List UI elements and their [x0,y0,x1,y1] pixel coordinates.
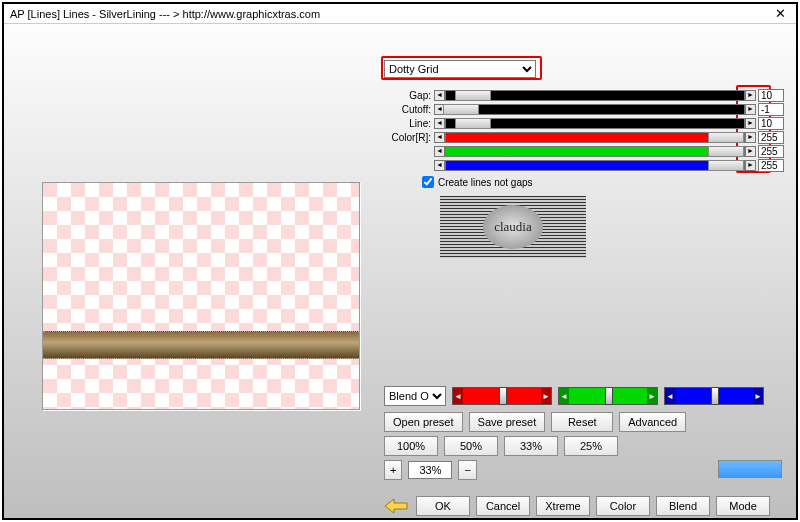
slider-g-track[interactable] [445,146,745,157]
close-icon[interactable]: ✕ [771,6,790,21]
slider-gap: Gap: ◄ ► [384,88,784,102]
preview-panel [42,182,360,410]
zoom-50-button[interactable]: 50% [444,436,498,456]
advanced-button[interactable]: Advanced [619,412,686,432]
slider-cutoff: Cutoff: ◄ ► [384,102,784,116]
arrow-right-icon[interactable]: ► [647,388,657,404]
logo-banner: claudia [440,196,586,258]
zoom-plus-button[interactable]: + [384,460,402,480]
arrow-left-icon[interactable]: ◄ [559,388,569,404]
cancel-button[interactable]: Cancel [476,496,530,516]
zoom-100-button[interactable]: 100% [384,436,438,456]
arrow-right-icon[interactable]: ► [745,132,756,143]
blend-blue-slider[interactable]: ◄ ► [664,387,764,405]
zoom-minus-button[interactable]: − [458,460,476,480]
slider-cutoff-track[interactable] [445,104,745,115]
color-button[interactable]: Color [596,496,650,516]
slider-r-value[interactable] [758,131,784,144]
create-lines-checkbox-row: Create lines not gaps [422,176,533,188]
zoom-33-button[interactable]: 33% [504,436,558,456]
arrow-right-icon[interactable]: ► [745,146,756,157]
arrow-right-icon[interactable]: ► [541,388,551,404]
slider-cutoff-value[interactable] [758,103,784,116]
arrow-right-icon[interactable]: ► [745,104,756,115]
slider-color-b: ◄ ► [384,158,784,172]
arrow-left-icon[interactable]: ◄ [434,90,445,101]
slider-line: Line: ◄ ► [384,116,784,130]
slider-b-track[interactable] [445,160,745,171]
arrow-left-icon[interactable]: ◄ [434,118,445,129]
blend-options-select[interactable]: Blend Opti [384,386,446,406]
create-lines-label: Create lines not gaps [438,177,533,188]
save-preset-button[interactable]: Save preset [469,412,546,432]
window-body: Dotty Grid Gap: ◄ ► Cutoff: ◄ ► [4,24,796,518]
slider-line-label: Line: [384,118,434,129]
titlebar: AP [Lines] Lines - SilverLining --- > ht… [4,4,796,24]
slider-g-value[interactable] [758,145,784,158]
slider-color-r: Color[R]: ◄ ► [384,130,784,144]
slider-r-label: Color[R]: [384,132,434,143]
open-preset-button[interactable]: Open preset [384,412,463,432]
arrow-right-icon[interactable]: ► [745,160,756,171]
blend-green-slider[interactable]: ◄ ► [558,387,658,405]
pointer-icon [384,497,410,515]
zoom-25-button[interactable]: 25% [564,436,618,456]
slider-cutoff-label: Cutoff: [384,104,434,115]
slider-r-track[interactable] [445,132,745,143]
slider-b-value[interactable] [758,159,784,172]
slider-gap-label: Gap: [384,90,434,101]
arrow-left-icon[interactable]: ◄ [434,146,445,157]
slider-gap-value[interactable] [758,89,784,102]
slider-color-g: ◄ ► [384,144,784,158]
slider-line-value[interactable] [758,117,784,130]
preset-select[interactable]: Dotty Grid [384,60,536,78]
blend-red-slider[interactable]: ◄ ► [452,387,552,405]
zoom-value-input[interactable] [408,461,452,479]
arrow-left-icon[interactable]: ◄ [453,388,463,404]
slider-gap-track[interactable] [445,90,745,101]
arrow-right-icon[interactable]: ► [745,118,756,129]
blend-options-row: Blend Opti ◄ ► ◄ ► ◄ ► [384,386,764,406]
arrow-right-icon[interactable]: ► [753,388,763,404]
mode-button[interactable]: Mode [716,496,770,516]
preview-checkerboard [43,183,359,409]
ok-button[interactable]: OK [416,496,470,516]
logo-ellipse: claudia [483,205,543,249]
arrow-left-icon[interactable]: ◄ [434,132,445,143]
reset-button[interactable]: Reset [551,412,613,432]
create-lines-checkbox[interactable] [422,176,434,188]
arrow-left-icon[interactable]: ◄ [434,160,445,171]
xtreme-button[interactable]: Xtreme [536,496,590,516]
color-swatch[interactable] [718,460,782,478]
window-title: AP [Lines] Lines - SilverLining --- > ht… [10,8,320,20]
slider-line-track[interactable] [445,118,745,129]
arrow-right-icon[interactable]: ► [745,90,756,101]
arrow-left-icon[interactable]: ◄ [665,388,675,404]
preview-line-sample [43,331,359,359]
blend-button[interactable]: Blend [656,496,710,516]
